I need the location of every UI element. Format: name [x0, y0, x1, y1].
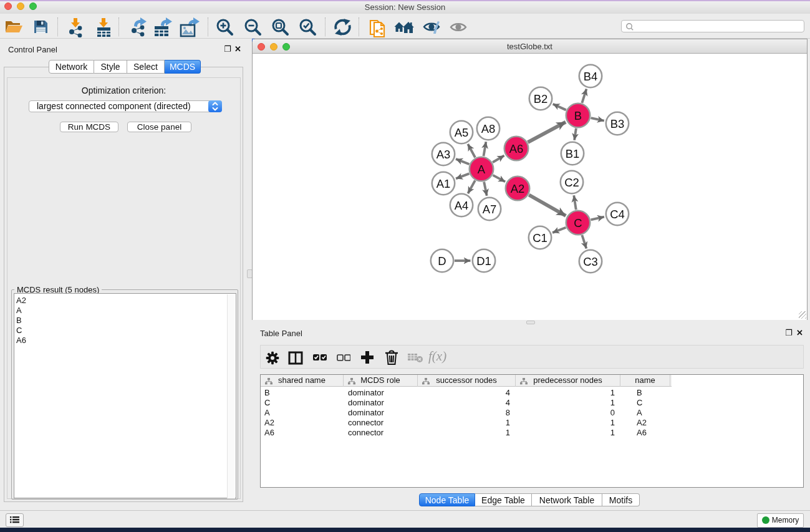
svg-text:B2: B2 [534, 92, 548, 105]
svg-text:A6: A6 [509, 142, 524, 155]
svg-text:C4: C4 [610, 208, 625, 221]
svg-text:C: C [574, 216, 582, 230]
svg-text:A: A [478, 163, 486, 176]
svg-text:C1: C1 [533, 231, 547, 244]
svg-text:A3: A3 [436, 148, 451, 161]
svg-text:C2: C2 [564, 176, 579, 189]
svg-text:D: D [438, 254, 446, 268]
svg-text:A2: A2 [511, 182, 525, 195]
svg-text:B3: B3 [610, 117, 625, 130]
svg-text:A7: A7 [483, 203, 497, 216]
svg-text:A4: A4 [455, 199, 469, 212]
svg-text:D1: D1 [476, 254, 491, 268]
svg-text:B4: B4 [584, 70, 598, 83]
svg-text:A8: A8 [481, 122, 496, 135]
svg-text:B: B [574, 109, 582, 122]
svg-text:A5: A5 [455, 126, 469, 139]
svg-text:C3: C3 [583, 255, 598, 268]
svg-text:B1: B1 [566, 147, 580, 160]
svg-text:A1: A1 [436, 177, 451, 190]
